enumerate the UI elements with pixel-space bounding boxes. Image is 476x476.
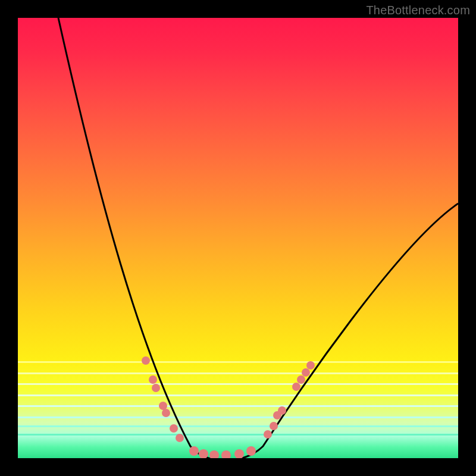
chart-frame — [18, 18, 458, 458]
bottleneck-curve — [58, 18, 458, 458]
chart-marker — [209, 450, 219, 458]
chart-marker — [170, 424, 178, 433]
chart-marker — [149, 375, 157, 384]
chart-marker — [176, 434, 184, 442]
chart-marker — [199, 449, 208, 458]
chart-marker — [221, 450, 231, 458]
chart-marker — [142, 356, 150, 365]
chart-marker — [246, 446, 256, 456]
chart-marker — [306, 361, 315, 369]
chart-marker — [159, 402, 167, 410]
chart-svg — [18, 18, 458, 458]
chart-marker — [292, 383, 300, 391]
chart-marker — [302, 368, 310, 377]
watermark-text: TheBottleneck.com — [366, 4, 470, 17]
chart-marker — [152, 384, 160, 392]
chart-marker — [270, 422, 278, 430]
chart-marker — [162, 409, 170, 417]
chart-marker — [297, 375, 305, 384]
chart-marker — [264, 430, 272, 439]
chart-marker — [234, 449, 244, 458]
chart-marker — [278, 406, 286, 415]
chart-marker — [189, 446, 199, 456]
